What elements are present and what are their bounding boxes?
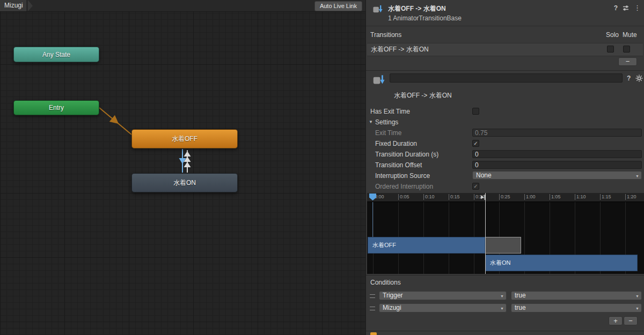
timeline-tick: 1:05 (550, 194, 561, 200)
inspector-panel: 水着OFF -> 水着ON 1 AnimatorTransitionBase ?… (365, 0, 644, 335)
graph-breadcrumb-bar: Mizugi Auto Live Link (0, 0, 365, 12)
gear-icon[interactable] (635, 75, 643, 82)
settings-foldout-row[interactable]: ▼ Settings (366, 117, 644, 128)
fixed-duration-checkbox[interactable] (472, 140, 479, 147)
unity-animator-window: Any State Entry 水着OFF 水着ON Mizugi Auto L… (0, 0, 644, 335)
dropdown-value: Trigger (383, 292, 403, 299)
next-component-icon (370, 332, 377, 335)
transition-end-line[interactable] (485, 193, 486, 274)
timeline-tick: 0:10 (423, 194, 435, 200)
foldout-arrow-icon[interactable]: ▼ (369, 120, 373, 124)
transition-offset-field[interactable] (472, 161, 642, 169)
dropdown-value: true (515, 292, 526, 299)
transition-duration-label: Transition Duration (s) (375, 151, 438, 158)
mute-checkbox[interactable] (623, 46, 630, 53)
auto-live-link-button[interactable]: Auto Live Link (314, 1, 362, 11)
has-exit-time-row: Has Exit Time (366, 106, 644, 117)
divider (366, 275, 644, 276)
help-icon[interactable]: ? (627, 75, 631, 82)
inspector-title: 水着OFF -> 水着ON (388, 4, 446, 13)
transition-detail-title: 水着OFF -> 水着ON (394, 91, 452, 100)
interruption-source-row: Interruption Source None (366, 170, 644, 181)
animator-graph-canvas[interactable]: Any State Entry 水着OFF 水着ON Mizugi Auto L… (0, 0, 365, 335)
node-label: 水着ON (173, 178, 196, 188)
solo-column-label: Solo (606, 31, 619, 39)
timeline-tick: 0:15 (449, 194, 460, 200)
transition-end-marker[interactable] (479, 194, 486, 200)
breadcrumb-layer[interactable]: Mizugi (0, 0, 26, 11)
transition-offset-label: Transition Offset (375, 161, 422, 169)
timeline-bar-source[interactable]: 水着OFF (368, 237, 485, 254)
transitions-section-title: Transitions (370, 31, 401, 39)
fixed-duration-row: Fixed Duration (366, 138, 644, 149)
timeline-tick: 1:00 (524, 194, 536, 200)
transition-name-field[interactable] (390, 73, 623, 83)
timeline-tick: 1:15 (600, 194, 611, 200)
timeline-bar-label: 水着OFF (368, 241, 396, 249)
node-any-state[interactable]: Any State (13, 47, 99, 62)
dropdown-value: true (515, 304, 526, 311)
node-entry[interactable]: Entry (13, 100, 99, 115)
interruption-source-dropdown[interactable]: None (472, 171, 642, 180)
entry-to-default-arrow[interactable] (99, 108, 131, 135)
inspector-header: 水着OFF -> 水着ON 1 AnimatorTransitionBase ?… (366, 0, 644, 26)
interruption-source-label: Interruption Source (375, 172, 430, 180)
timeline-bar-label: 水着ON (486, 259, 511, 267)
dropdown-value: None (476, 172, 492, 179)
dropdown-value: Mizugi (383, 304, 401, 311)
drag-handle-icon[interactable] (370, 294, 375, 298)
transition-row-label: 水着OFF -> 水着ON (371, 43, 429, 56)
exit-time-row: Exit Time (366, 128, 644, 138)
divider (366, 70, 644, 71)
timeline-tick: 0:25 (499, 194, 510, 200)
drag-handle-icon[interactable] (370, 307, 375, 310)
node-state-on[interactable]: 水着ON (131, 173, 238, 192)
mute-column-label: Mute (623, 31, 637, 39)
node-label: 水着OFF (172, 135, 197, 144)
conditions-section-title: Conditions (370, 279, 401, 286)
add-condition-button[interactable]: + (609, 316, 623, 325)
condition-parameter-dropdown[interactable]: Mizugi (379, 303, 507, 312)
exit-time-label: Exit Time (375, 129, 401, 137)
divider (366, 331, 644, 331)
transition-list-row[interactable]: 水着OFF -> 水着ON (367, 43, 643, 56)
ordered-interruption-checkbox[interactable] (472, 183, 479, 190)
timeline-tick: 1:10 (575, 194, 586, 200)
more-menu-icon[interactable]: ⋮ (634, 4, 641, 12)
ordered-interruption-row: Ordered Interruption (366, 181, 644, 192)
transition-duration-row: Transition Duration (s) (366, 149, 644, 160)
reverse-transition-arrowhead (184, 162, 191, 167)
timeline-transition-region[interactable] (485, 237, 521, 254)
animator-transition-icon (372, 74, 385, 86)
playhead-line (372, 200, 373, 237)
presets-icon[interactable] (622, 4, 630, 12)
transition-properties: Has Exit Time ▼ Settings Exit Time Fixed… (366, 106, 644, 192)
timeline-tick: 0:05 (398, 194, 409, 200)
node-label: Entry (49, 104, 64, 111)
inspector-subtitle: 1 AnimatorTransitionBase (388, 14, 462, 22)
transition-offset-row: Transition Offset (366, 160, 644, 170)
help-icon[interactable]: ? (614, 4, 618, 12)
has-exit-time-checkbox[interactable] (472, 108, 479, 115)
fixed-duration-label: Fixed Duration (375, 140, 417, 147)
node-label: Any State (42, 51, 70, 58)
condition-parameter-dropdown[interactable]: Trigger (379, 291, 507, 300)
transition-duration-field[interactable] (472, 150, 642, 158)
timeline-ruler[interactable]: 0:00 0:05 0:10 0:15 0:20 0:25 1:00 1:05 … (367, 193, 644, 202)
condition-value-dropdown[interactable]: true (511, 303, 642, 312)
reverse-transition-arrowhead (184, 151, 191, 157)
breadcrumb-arrow (28, 0, 33, 11)
timeline-bar-destination[interactable]: 水着ON (485, 255, 638, 271)
animator-transition-icon (372, 4, 383, 14)
ordered-interruption-label: Ordered Interruption (375, 183, 433, 190)
settings-label: Settings (375, 118, 398, 126)
exit-time-field[interactable] (472, 129, 642, 137)
has-exit-time-label: Has Exit Time (370, 108, 410, 115)
transition-timeline[interactable]: 水着OFF 水着ON 0:00 0:05 0:10 0:15 0:20 0:25… (367, 193, 644, 274)
condition-value-dropdown[interactable]: true (511, 291, 642, 300)
node-state-off[interactable]: 水着OFF (131, 129, 238, 148)
remove-condition-button[interactable]: − (624, 316, 638, 325)
timeline-tick: 1:20 (625, 194, 636, 200)
solo-checkbox[interactable] (607, 46, 614, 53)
remove-transition-button[interactable]: − (618, 57, 637, 66)
